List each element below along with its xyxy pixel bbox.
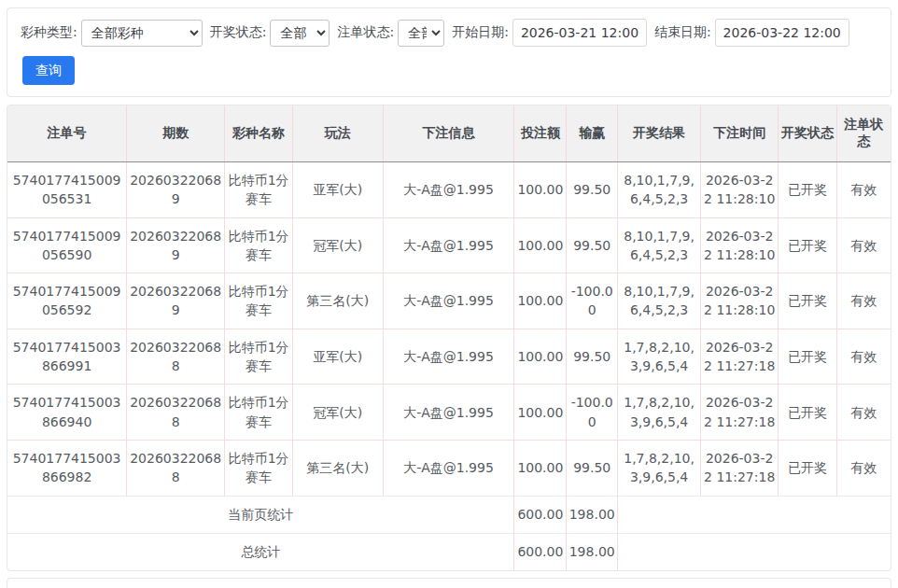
table-cell-2: 比特币1分赛车 [225, 329, 293, 385]
table-cell-3: 亚军(大) [293, 329, 383, 385]
table-cell-9: 已开奖 [779, 217, 836, 273]
table-cell-0: 5740177415009056590 [7, 217, 127, 273]
table-cell-10: 有效 [836, 273, 891, 329]
table-cell-7: 8,10,1,7,9,6,4,5,2,3 [618, 217, 701, 273]
table-row: 5740177415009056590202603220689比特币1分赛车冠军… [7, 217, 891, 273]
draw-status-label: 开奖状态: [210, 24, 267, 41]
total-summary-empty-cell [618, 533, 891, 570]
end-date-input[interactable] [715, 19, 849, 47]
pagination-bar: 每页显示20条 共6条 首页 上一页 [1] 下一页 第 页 跳转 [7, 578, 891, 588]
table-cell-0: 5740177415003866982 [7, 440, 127, 496]
table-cell-3: 冠军(大) [293, 385, 383, 441]
table-cell-6: -100.00 [567, 385, 618, 441]
table-cell-4: 大-A盘@1.995 [383, 440, 514, 496]
table-cell-5: 100.00 [514, 385, 567, 441]
table-cell-10: 有效 [836, 329, 891, 385]
column-header-4: 下注信息 [383, 105, 514, 162]
table-cell-9: 已开奖 [779, 273, 836, 329]
table-cell-6: 99.50 [567, 329, 618, 385]
table-body: 5740177415009056531202603220689比特币1分赛车亚军… [7, 162, 891, 497]
table-row: 5740177415003866991202603220688比特币1分赛车亚军… [7, 329, 891, 385]
table-cell-5: 100.00 [514, 217, 567, 273]
page-summary-empty-cell [618, 496, 891, 533]
table-cell-1: 202603220688 [127, 385, 225, 441]
column-header-6: 输赢 [567, 105, 618, 162]
table-cell-3: 第三名(大) [293, 273, 383, 329]
table-cell-5: 100.00 [514, 273, 567, 329]
table-cell-9: 已开奖 [779, 162, 836, 218]
table-cell-4: 大-A盘@1.995 [383, 217, 514, 273]
page-summary-row: 当前页统计 600.00 198.00 [7, 496, 891, 533]
filter-panel: 彩种类型: 全部彩种 开奖状态: 全部 注单状态: 全部 开始日期: 结束日期:… [7, 7, 891, 97]
table-cell-7: 1,7,8,2,10,3,9,6,5,4 [618, 385, 701, 441]
table-cell-1: 202603220688 [127, 329, 225, 385]
column-header-2: 彩种名称 [225, 105, 293, 162]
table-cell-0: 5740177415009056531 [7, 162, 127, 218]
table-cell-2: 比特币1分赛车 [225, 273, 293, 329]
table-cell-1: 202603220689 [127, 162, 225, 218]
table-cell-9: 已开奖 [779, 440, 836, 496]
table-cell-8: 2026-03-22 11:27:18 [701, 440, 779, 496]
table-row: 5740177415009056531202603220689比特币1分赛车亚军… [7, 162, 891, 218]
table-cell-2: 比特币1分赛车 [225, 385, 293, 441]
column-header-5: 投注额 [514, 105, 567, 162]
table-row: 5740177415003866940202603220688比特币1分赛车冠军… [7, 385, 891, 441]
table-cell-1: 202603220689 [127, 217, 225, 273]
lottery-type-select[interactable]: 全部彩种 [81, 20, 203, 47]
page-summary-label: 当前页统计 [7, 496, 514, 533]
page-summary-bet-total: 600.00 [514, 496, 567, 533]
table-cell-3: 第三名(大) [293, 440, 383, 496]
table-cell-9: 已开奖 [779, 385, 836, 441]
total-summary-row: 总统计 600.00 198.00 [7, 533, 891, 570]
table-row: 5740177415009056592202603220689比特币1分赛车第三… [7, 273, 891, 329]
column-header-0: 注单号 [7, 105, 127, 162]
table-cell-0: 5740177415003866991 [7, 329, 127, 385]
table-cell-3: 亚军(大) [293, 162, 383, 218]
bet-records-table-panel: 注单号期数彩种名称玩法下注信息投注额输赢开奖结果下注时间开奖状态注单状态 574… [7, 105, 891, 571]
order-status-label: 注单状态: [337, 24, 394, 41]
table-cell-6: 99.50 [567, 217, 618, 273]
total-summary-win-total: 198.00 [567, 533, 618, 570]
table-cell-0: 5740177415003866940 [7, 385, 127, 441]
table-cell-8: 2026-03-22 11:27:18 [701, 385, 779, 441]
table-header-row: 注单号期数彩种名称玩法下注信息投注额输赢开奖结果下注时间开奖状态注单状态 [7, 105, 891, 162]
table-cell-1: 202603220689 [127, 273, 225, 329]
table-cell-9: 已开奖 [779, 329, 836, 385]
column-header-7: 开奖结果 [618, 105, 701, 162]
table-cell-6: -100.00 [567, 273, 618, 329]
draw-status-select[interactable]: 全部 [270, 20, 330, 47]
column-header-10: 注单状态 [836, 105, 891, 162]
table-cell-4: 大-A盘@1.995 [383, 329, 514, 385]
start-date-input[interactable] [512, 19, 647, 47]
table-cell-7: 8,10,1,7,9,6,4,5,2,3 [618, 273, 701, 329]
table-cell-1: 202603220688 [127, 440, 225, 496]
column-header-3: 玩法 [293, 105, 383, 162]
table-cell-10: 有效 [836, 217, 891, 273]
table-summary-body: 当前页统计 600.00 198.00 总统计 600.00 198.00 [7, 496, 891, 570]
table-cell-7: 1,7,8,2,10,3,9,6,5,4 [618, 329, 701, 385]
column-header-8: 下注时间 [701, 105, 779, 162]
table-cell-4: 大-A盘@1.995 [383, 385, 514, 441]
total-summary-label: 总统计 [7, 533, 514, 570]
column-header-1: 期数 [127, 105, 225, 162]
table-cell-5: 100.00 [514, 162, 567, 218]
column-header-9: 开奖状态 [779, 105, 836, 162]
table-cell-4: 大-A盘@1.995 [383, 162, 514, 218]
table-cell-6: 99.50 [567, 440, 618, 496]
table-cell-8: 2026-03-22 11:28:10 [701, 273, 779, 329]
total-summary-bet-total: 600.00 [514, 533, 567, 570]
table-cell-2: 比特币1分赛车 [225, 217, 293, 273]
table-cell-4: 大-A盘@1.995 [383, 273, 514, 329]
end-date-label: 结束日期: [654, 24, 711, 41]
table-cell-8: 2026-03-22 11:28:10 [701, 217, 779, 273]
query-button[interactable]: 查询 [22, 56, 75, 85]
table-cell-0: 5740177415009056592 [7, 273, 127, 329]
table-cell-3: 冠军(大) [293, 217, 383, 273]
table-cell-10: 有效 [836, 440, 891, 496]
table-cell-5: 100.00 [514, 440, 567, 496]
table-cell-10: 有效 [836, 162, 891, 218]
table-cell-8: 2026-03-22 11:27:18 [701, 329, 779, 385]
page-summary-win-total: 198.00 [567, 496, 618, 533]
start-date-label: 开始日期: [452, 24, 509, 41]
order-status-select[interactable]: 全部 [398, 20, 444, 47]
